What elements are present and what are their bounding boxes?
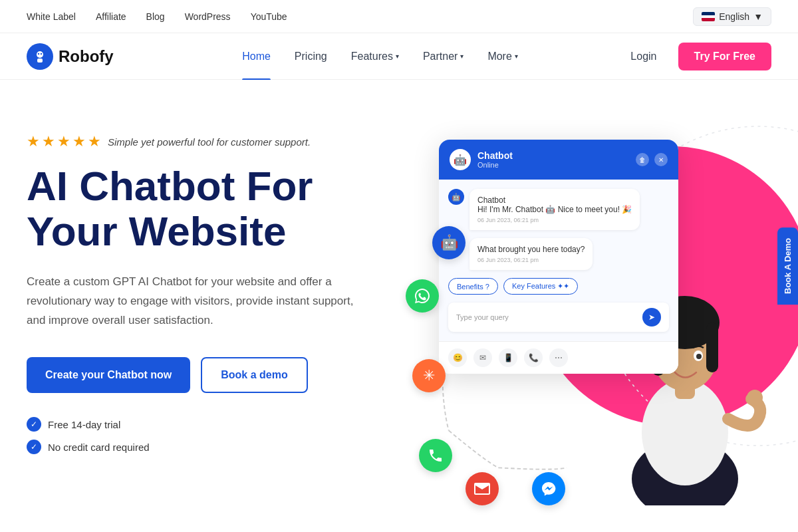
nav-links: Home Pricing Features ▾ Partner ▾ More ▾: [140, 33, 620, 80]
chevron-down-icon: ▾: [460, 53, 464, 60]
chevron-down-icon: ▾: [515, 53, 518, 60]
check-icon-2: ✓: [27, 440, 41, 454]
messenger-float-icon: [532, 472, 565, 505]
badge-list: ✓ Free 14-day trial ✓ No credit card req…: [27, 417, 399, 454]
quick-reply-benefits[interactable]: Benefits ?: [448, 278, 498, 295]
chevron-down-icon: ▼: [753, 11, 763, 22]
chat-avatar: 🤖: [450, 149, 471, 170]
chat-header-icons: 🗑 ✕: [636, 153, 668, 166]
stars-row: ★ ★ ★ ★ ★ Simple yet powerful tool for c…: [27, 133, 399, 150]
try-free-button[interactable]: Try For Free: [678, 43, 771, 70]
stars-text: Simple yet powerful tool for customer su…: [108, 136, 311, 148]
hero-content: ★ ★ ★ ★ ★ Simple yet powerful tool for c…: [27, 120, 399, 454]
main-nav: Robofy Home Pricing Features ▾ Partner ▾…: [0, 33, 798, 80]
chat-header: 🤖 Chatbot Online 🗑 ✕: [439, 140, 678, 180]
more-icon[interactable]: ⋯: [549, 348, 568, 367]
svg-point-0: [37, 51, 43, 58]
trash-icon[interactable]: 🗑: [636, 153, 649, 166]
logo-icon: [27, 43, 53, 70]
star-3: ★: [57, 133, 70, 150]
bot-msg-text-2: What brought you here today?: [477, 245, 585, 254]
topbar-link-youtube[interactable]: YouTube: [251, 11, 287, 22]
svg-point-3: [41, 53, 42, 54]
hero-visual: 🤖 Chatbot Online 🗑 ✕ 🤖 Chatbot: [399, 120, 771, 505]
topbar-link-blog[interactable]: Blog: [146, 11, 165, 22]
language-selector[interactable]: English ▼: [693, 7, 771, 26]
badge-no-card-text: No credit card required: [48, 442, 150, 453]
bot-bubble-2: What brought you here today? 06 Jun 2023…: [469, 238, 593, 270]
whatsapp-float-icon: [406, 279, 439, 313]
nav-home[interactable]: Home: [230, 33, 283, 80]
top-bar: White Label Affiliate Blog WordPress You…: [0, 0, 798, 33]
star-4: ★: [72, 133, 86, 150]
nav-features[interactable]: Features ▾: [339, 33, 411, 80]
topbar-link-wordpress[interactable]: WordPress: [185, 11, 231, 22]
language-label: English: [719, 11, 749, 22]
check-icon-1: ✓: [27, 417, 41, 432]
star-2: ★: [42, 133, 55, 150]
create-chatbot-button[interactable]: Create your Chatbot now: [27, 357, 190, 393]
whatsapp-icon[interactable]: 📱: [499, 348, 517, 367]
login-button[interactable]: Login: [620, 45, 667, 68]
emoji-icon[interactable]: 😊: [448, 348, 467, 367]
star-rating: ★ ★ ★ ★ ★: [27, 133, 101, 150]
badge-free-trial: ✓ Free 14-day trial: [27, 417, 399, 432]
book-demo-sidebar[interactable]: Book A Demo: [777, 227, 798, 305]
hero-description: Create a custom GPT AI Chatbot for your …: [27, 273, 359, 331]
chat-header-left: 🤖 Chatbot Online: [450, 149, 513, 170]
star-5: ★: [88, 133, 101, 150]
phone-icon[interactable]: 📞: [524, 348, 543, 367]
bot-avatar: 🤖: [448, 189, 464, 205]
topbar-link-white-label[interactable]: White Label: [27, 11, 76, 22]
msg1-time: 06 Jun 2023, 06:21 pm: [477, 217, 632, 223]
phone-float-icon: [419, 439, 452, 472]
send-button[interactable]: ➤: [642, 308, 661, 327]
chat-body: 🤖 Chatbot Hi! I'm Mr. Chatbot 🤖 Nice to …: [439, 180, 678, 341]
chatbot-title: Chatbot: [477, 150, 513, 161]
svg-point-2: [38, 53, 39, 54]
hero-section: ★ ★ ★ ★ ★ Simple yet powerful tool for c…: [0, 80, 798, 532]
svg-point-16: [747, 390, 763, 406]
nav-pricing[interactable]: Pricing: [283, 33, 339, 80]
svg-rect-1: [37, 59, 43, 63]
nav-more[interactable]: More ▾: [475, 33, 529, 80]
quick-replies: Benefits ? Key Features ✦✦: [448, 278, 669, 295]
chat-input-row[interactable]: Type your query ➤: [448, 303, 669, 332]
bot-msg-text-1: Hi! I'm Mr. Chatbot 🤖 Nice to meet you! …: [477, 205, 632, 214]
logo-text: Robofy: [59, 47, 114, 66]
chevron-down-icon: ▾: [396, 53, 399, 60]
msg2-time: 06 Jun 2023, 06:21 pm: [477, 257, 585, 263]
nav-actions: Login Try For Free: [620, 43, 771, 70]
bot-message-2: 🤖 What brought you here today? 06 Jun 20…: [448, 238, 669, 270]
chatbot-window: 🤖 Chatbot Online 🗑 ✕ 🤖 Chatbot: [439, 140, 678, 374]
nav-partner[interactable]: Partner ▾: [411, 33, 475, 80]
hero-buttons: Create your Chatbot now Book a demo: [27, 357, 399, 393]
flag-icon: [702, 12, 715, 21]
badge-no-card: ✓ No credit card required: [27, 440, 399, 454]
chat-input-placeholder[interactable]: Type your query: [456, 313, 642, 321]
quick-reply-features[interactable]: Key Features ✦✦: [503, 278, 578, 295]
topbar-link-affiliate[interactable]: Affiliate: [96, 11, 126, 22]
chatbot-status: Online: [477, 161, 513, 169]
svg-point-15: [696, 354, 702, 359]
badge-trial-text: Free 14-day trial: [48, 419, 120, 430]
asterisk-float-icon: ✳: [412, 359, 446, 392]
hero-title: AI Chatbot For Your Website: [27, 164, 399, 254]
close-icon[interactable]: ✕: [654, 153, 668, 166]
chat-header-info: Chatbot Online: [477, 150, 513, 169]
logo[interactable]: Robofy: [27, 43, 114, 70]
svg-rect-11: [706, 323, 718, 372]
gmail-float-icon: [466, 472, 499, 505]
star-1: ★: [27, 133, 40, 150]
robot-float-icon: 🤖: [432, 226, 466, 259]
top-bar-links: White Label Affiliate Blog WordPress You…: [27, 11, 287, 22]
bot-bubble-1: Chatbot Hi! I'm Mr. Chatbot 🤖 Nice to me…: [469, 189, 640, 230]
book-demo-button[interactable]: Book a demo: [201, 357, 307, 393]
bot-message-1: 🤖 Chatbot Hi! I'm Mr. Chatbot 🤖 Nice to …: [448, 189, 669, 230]
chat-bottom-icons: 😊 ✉ 📱 📞 ⋯: [439, 341, 678, 374]
email-icon[interactable]: ✉: [473, 348, 492, 367]
